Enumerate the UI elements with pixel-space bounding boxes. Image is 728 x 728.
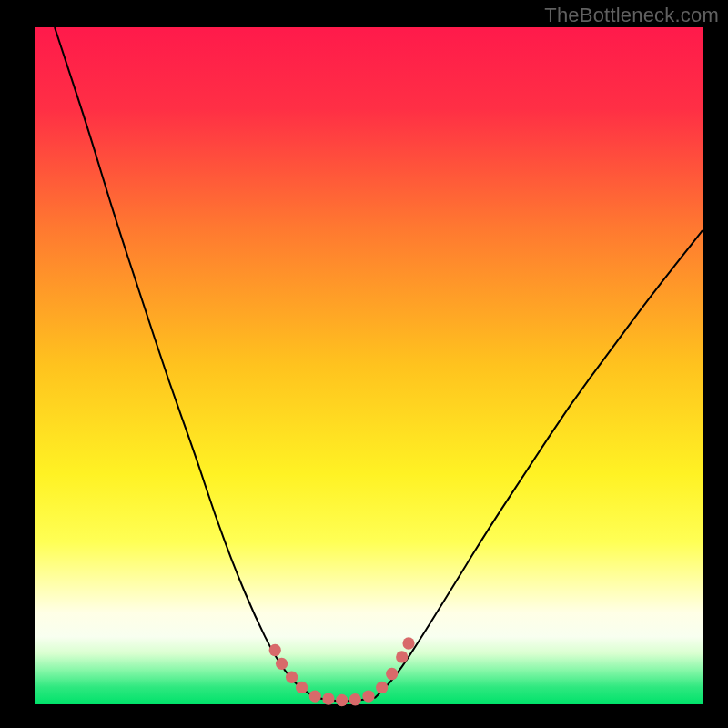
bottleneck-curve: [55, 27, 703, 701]
valley-marker: [349, 693, 361, 705]
watermark-text: TheBottleneck.com: [544, 4, 719, 27]
valley-marker: [336, 694, 348, 706]
valley-marker: [276, 658, 288, 670]
valley-marker: [362, 690, 374, 702]
chart-curves: [35, 27, 703, 704]
valley-marker: [402, 637, 414, 649]
chart-frame: TheBottleneck.com: [0, 0, 728, 728]
valley-marker: [296, 682, 308, 693]
plot-area: [35, 27, 703, 704]
valley-marker: [309, 690, 321, 702]
valley-marker: [286, 672, 298, 683]
valley-marker: [269, 644, 281, 656]
valley-marker: [376, 682, 388, 693]
valley-marker: [396, 651, 408, 662]
valley-marker: [322, 693, 334, 704]
valley-marker: [386, 668, 398, 680]
